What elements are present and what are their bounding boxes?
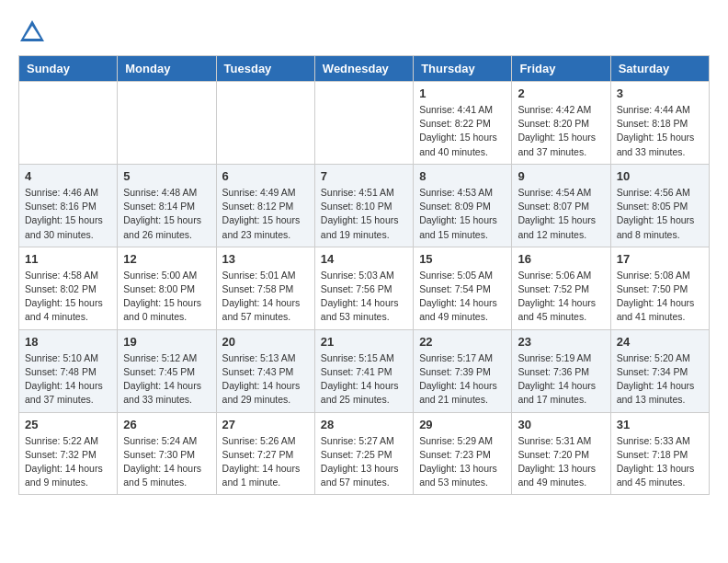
day-info: Sunrise: 5:10 AM Sunset: 7:48 PM Dayligh… [25, 351, 111, 408]
day-number: 4 [25, 169, 111, 183]
calendar-cell: 18Sunrise: 5:10 AM Sunset: 7:48 PM Dayli… [19, 329, 118, 412]
day-info: Sunrise: 4:58 AM Sunset: 8:02 PM Dayligh… [25, 269, 111, 325]
day-number: 30 [518, 418, 604, 431]
calendar-cell: 10Sunrise: 4:56 AM Sunset: 8:05 PM Dayli… [610, 164, 709, 247]
calendar-cell: 13Sunrise: 5:01 AM Sunset: 7:58 PM Dayli… [216, 247, 314, 329]
day-info: Sunrise: 5:08 AM Sunset: 7:50 PM Dayligh… [617, 269, 703, 325]
weekday-header: Wednesday [314, 56, 413, 82]
calendar-cell: 8Sunrise: 4:53 AM Sunset: 8:09 PM Daylig… [414, 164, 512, 247]
day-info: Sunrise: 5:24 AM Sunset: 7:30 PM Dayligh… [123, 434, 210, 490]
calendar-cell [19, 82, 118, 165]
logo-icon [18, 18, 46, 46]
calendar-cell [216, 82, 314, 165]
day-number: 12 [123, 252, 210, 266]
day-info: Sunrise: 5:22 AM Sunset: 7:32 PM Dayligh… [25, 434, 111, 490]
day-number: 16 [518, 252, 604, 266]
day-info: Sunrise: 5:01 AM Sunset: 7:58 PM Dayligh… [222, 269, 309, 325]
calendar-cell [118, 82, 216, 165]
day-info: Sunrise: 5:13 AM Sunset: 7:43 PM Dayligh… [222, 351, 309, 408]
day-number: 26 [123, 418, 210, 431]
calendar-cell: 1Sunrise: 4:41 AM Sunset: 8:22 PM Daylig… [414, 82, 512, 165]
weekday-header: Tuesday [216, 56, 314, 82]
day-info: Sunrise: 5:33 AM Sunset: 7:18 PM Dayligh… [617, 434, 703, 490]
weekday-header: Sunday [19, 56, 118, 82]
day-info: Sunrise: 5:05 AM Sunset: 7:54 PM Dayligh… [419, 269, 506, 325]
day-number: 19 [123, 335, 210, 349]
calendar-cell: 12Sunrise: 5:00 AM Sunset: 8:00 PM Dayli… [118, 247, 216, 329]
weekday-header: Thursday [414, 56, 512, 82]
calendar-cell: 31Sunrise: 5:33 AM Sunset: 7:18 PM Dayli… [610, 412, 709, 495]
day-info: Sunrise: 4:51 AM Sunset: 8:10 PM Dayligh… [321, 186, 407, 242]
calendar-week-row: 18Sunrise: 5:10 AM Sunset: 7:48 PM Dayli… [19, 329, 710, 412]
day-info: Sunrise: 4:46 AM Sunset: 8:16 PM Dayligh… [25, 186, 111, 242]
day-number: 9 [518, 169, 604, 183]
calendar-cell: 6Sunrise: 4:49 AM Sunset: 8:12 PM Daylig… [216, 164, 314, 247]
day-info: Sunrise: 5:03 AM Sunset: 7:56 PM Dayligh… [321, 269, 407, 325]
page-header [18, 18, 710, 46]
day-info: Sunrise: 5:19 AM Sunset: 7:36 PM Dayligh… [518, 351, 604, 408]
calendar: SundayMondayTuesdayWednesdayThursdayFrid… [18, 55, 710, 495]
day-number: 7 [321, 169, 407, 183]
day-info: Sunrise: 4:49 AM Sunset: 8:12 PM Dayligh… [222, 186, 309, 242]
day-info: Sunrise: 4:48 AM Sunset: 8:14 PM Dayligh… [123, 186, 210, 242]
day-number: 31 [617, 418, 703, 431]
calendar-cell: 11Sunrise: 4:58 AM Sunset: 8:02 PM Dayli… [19, 247, 118, 329]
weekday-header: Friday [512, 56, 610, 82]
calendar-cell: 15Sunrise: 5:05 AM Sunset: 7:54 PM Dayli… [414, 247, 512, 329]
day-info: Sunrise: 5:29 AM Sunset: 7:23 PM Dayligh… [419, 434, 506, 490]
logo [18, 18, 50, 46]
calendar-cell: 17Sunrise: 5:08 AM Sunset: 7:50 PM Dayli… [610, 247, 709, 329]
day-number: 20 [222, 335, 309, 349]
calendar-cell: 9Sunrise: 4:54 AM Sunset: 8:07 PM Daylig… [512, 164, 610, 247]
weekday-header: Monday [118, 56, 216, 82]
calendar-cell: 22Sunrise: 5:17 AM Sunset: 7:39 PM Dayli… [414, 329, 512, 412]
day-info: Sunrise: 5:00 AM Sunset: 8:00 PM Dayligh… [123, 269, 210, 325]
day-info: Sunrise: 4:44 AM Sunset: 8:18 PM Dayligh… [617, 103, 703, 159]
day-number: 25 [25, 418, 111, 431]
day-number: 2 [518, 86, 604, 100]
calendar-cell: 27Sunrise: 5:26 AM Sunset: 7:27 PM Dayli… [216, 412, 314, 495]
day-number: 6 [222, 169, 309, 183]
day-info: Sunrise: 5:17 AM Sunset: 7:39 PM Dayligh… [419, 351, 506, 408]
day-number: 27 [222, 418, 309, 431]
day-number: 29 [419, 418, 506, 431]
calendar-cell: 2Sunrise: 4:42 AM Sunset: 8:20 PM Daylig… [512, 82, 610, 165]
day-info: Sunrise: 5:27 AM Sunset: 7:25 PM Dayligh… [321, 434, 407, 490]
day-number: 14 [321, 252, 407, 266]
day-number: 23 [518, 335, 604, 349]
calendar-week-row: 11Sunrise: 4:58 AM Sunset: 8:02 PM Dayli… [19, 247, 710, 329]
day-number: 24 [617, 335, 703, 349]
weekday-header: Saturday [610, 56, 709, 82]
day-info: Sunrise: 4:54 AM Sunset: 8:07 PM Dayligh… [518, 186, 604, 242]
day-number: 17 [617, 252, 703, 266]
calendar-cell: 30Sunrise: 5:31 AM Sunset: 7:20 PM Dayli… [512, 412, 610, 495]
calendar-cell: 21Sunrise: 5:15 AM Sunset: 7:41 PM Dayli… [314, 329, 413, 412]
day-info: Sunrise: 4:42 AM Sunset: 8:20 PM Dayligh… [518, 103, 604, 159]
calendar-cell: 3Sunrise: 4:44 AM Sunset: 8:18 PM Daylig… [610, 82, 709, 165]
day-info: Sunrise: 4:53 AM Sunset: 8:09 PM Dayligh… [419, 186, 506, 242]
calendar-week-row: 25Sunrise: 5:22 AM Sunset: 7:32 PM Dayli… [19, 412, 710, 495]
day-number: 15 [419, 252, 506, 266]
day-number: 5 [123, 169, 210, 183]
day-number: 18 [25, 335, 111, 349]
day-number: 11 [25, 252, 111, 266]
day-info: Sunrise: 5:06 AM Sunset: 7:52 PM Dayligh… [518, 269, 604, 325]
calendar-cell: 7Sunrise: 4:51 AM Sunset: 8:10 PM Daylig… [314, 164, 413, 247]
day-number: 13 [222, 252, 309, 266]
day-number: 21 [321, 335, 407, 349]
day-info: Sunrise: 5:31 AM Sunset: 7:20 PM Dayligh… [518, 434, 604, 490]
day-info: Sunrise: 4:41 AM Sunset: 8:22 PM Dayligh… [419, 103, 506, 159]
calendar-cell: 28Sunrise: 5:27 AM Sunset: 7:25 PM Dayli… [314, 412, 413, 495]
calendar-cell: 14Sunrise: 5:03 AM Sunset: 7:56 PM Dayli… [314, 247, 413, 329]
weekday-header-row: SundayMondayTuesdayWednesdayThursdayFrid… [19, 56, 710, 82]
calendar-cell: 25Sunrise: 5:22 AM Sunset: 7:32 PM Dayli… [19, 412, 118, 495]
day-info: Sunrise: 5:12 AM Sunset: 7:45 PM Dayligh… [123, 351, 210, 408]
day-number: 10 [617, 169, 703, 183]
calendar-cell: 23Sunrise: 5:19 AM Sunset: 7:36 PM Dayli… [512, 329, 610, 412]
calendar-cell: 19Sunrise: 5:12 AM Sunset: 7:45 PM Dayli… [118, 329, 216, 412]
day-info: Sunrise: 5:26 AM Sunset: 7:27 PM Dayligh… [222, 434, 309, 490]
day-info: Sunrise: 5:15 AM Sunset: 7:41 PM Dayligh… [321, 351, 407, 408]
day-number: 28 [321, 418, 407, 431]
calendar-week-row: 4Sunrise: 4:46 AM Sunset: 8:16 PM Daylig… [19, 164, 710, 247]
calendar-cell [314, 82, 413, 165]
